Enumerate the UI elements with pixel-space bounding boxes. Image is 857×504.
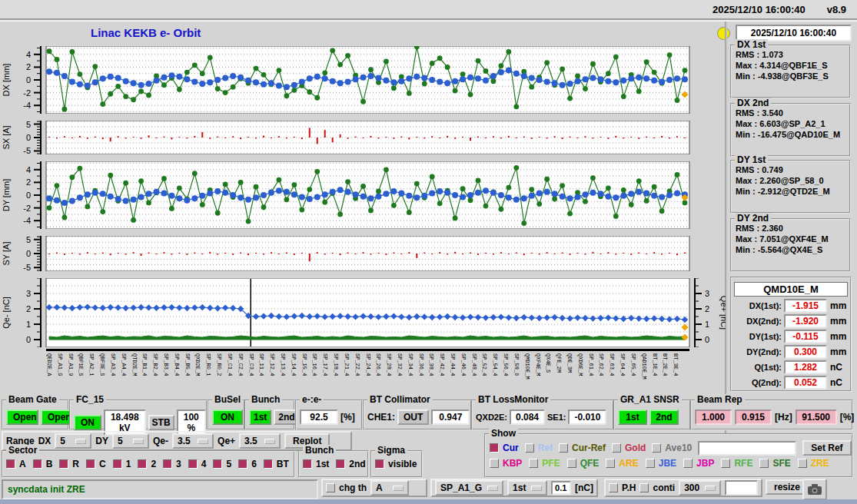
plot-qe[interactable]: 3210Qe- [nC]3210Qe+ [nC] (0, 278, 726, 350)
bunch-1st[interactable]: 1st (303, 459, 329, 469)
sector-b[interactable]: B (33, 459, 53, 469)
busel-on-button[interactable]: ON (212, 410, 243, 425)
fc15-stb-button[interactable]: STB (148, 415, 174, 430)
dropdown-indicator-icon (531, 486, 542, 491)
fc15-on-button[interactable]: ON (74, 415, 101, 430)
show-gold[interactable]: Gold (612, 443, 646, 453)
checkbox-label: C (99, 459, 106, 469)
monitor-row: DX(1st):-1.915mm (734, 299, 848, 313)
svg-text:0: 0 (26, 75, 31, 85)
show-zre[interactable]: ZRE (798, 458, 829, 469)
show-kbp[interactable]: KBP (490, 458, 522, 469)
ph-checkbox[interactable]: P.H (609, 482, 636, 493)
checkbox-indicator-icon (336, 459, 345, 469)
sector-6[interactable]: 6 (238, 459, 257, 469)
th-select-dropdown[interactable]: A (370, 480, 409, 496)
show-cur[interactable]: Cur (490, 443, 519, 453)
checkbox-indicator-icon (759, 459, 769, 468)
show-pfe[interactable]: PFE (529, 458, 560, 469)
range-qep-dropdown[interactable]: 3.5 (239, 433, 281, 449)
che1-out-button[interactable]: OUT (397, 410, 429, 425)
monitor-row-value: -0.115 (784, 330, 827, 343)
application-window: 2025/12/10 16:00:40 v8.9 Linac KEKB e- O… (0, 0, 857, 504)
sigma-visible[interactable]: visible (375, 459, 417, 469)
checkbox-indicator-icon (188, 459, 198, 469)
sector-r[interactable]: R (59, 459, 79, 469)
plot-dy[interactable]: 420-2-4DY [mm] (0, 161, 726, 232)
checkbox-indicator-icon (163, 459, 172, 469)
show-ref[interactable]: Ref (525, 443, 553, 453)
bunch-2nd[interactable]: 2nd (336, 459, 365, 469)
checkbox-indicator-icon (490, 443, 499, 453)
chg-th-frame: chg th A (321, 479, 427, 497)
sector-4[interactable]: 4 (188, 459, 207, 469)
gr-snsr-2nd-button[interactable]: 2nd (649, 410, 679, 425)
monitor-title[interactable]: QMD10E_M (734, 282, 848, 297)
bpm-label: SP_21_4 (344, 353, 350, 376)
show-sfe[interactable]: SFE (759, 458, 790, 469)
count-dropdown[interactable]: 300 (679, 480, 721, 496)
bpm-label: SP_56_4 (503, 353, 509, 376)
checkbox-indicator-icon (6, 459, 15, 469)
bpm-select-dropdown[interactable]: SP_A1_G (435, 480, 503, 496)
bpm-label: SP_B5_4 (184, 353, 191, 376)
checkbox-indicator-icon (529, 459, 538, 468)
chg-th-checkbox[interactable]: chg th (326, 482, 367, 493)
range-dy-dropdown[interactable]: 5 (112, 433, 149, 449)
show-jbp[interactable]: JBP (683, 458, 714, 469)
screenshot-button[interactable] (802, 479, 827, 500)
checkbox-label: 1st (316, 459, 329, 469)
monitor-row-label: DX(2nd): (734, 317, 782, 326)
monitor-row: DY(1st):-0.115mm (734, 330, 848, 343)
show-are[interactable]: ARE (606, 458, 638, 469)
sector-5[interactable]: 5 (213, 459, 231, 469)
sector-3[interactable]: 3 (163, 459, 181, 469)
sector-1[interactable]: 1 (113, 459, 131, 469)
show-ave10[interactable]: Ave10 (652, 443, 692, 453)
bpm-label: SP_14_4 (291, 353, 297, 376)
checkbox-label: RFE (734, 458, 752, 469)
sector-bt[interactable]: BT (264, 459, 289, 469)
beam-gate-2-button[interactable]: Open (41, 410, 73, 425)
beam-gate-1-button[interactable]: Open (6, 410, 38, 425)
stat-line: RMS : 2.360 (732, 223, 849, 234)
svg-text:Qe- [nC]: Qe- [nC] (2, 297, 11, 329)
plot-sx[interactable]: 50-5SX [A] (0, 121, 726, 158)
svg-text:-5: -5 (23, 146, 31, 154)
gr-snsr-1st-button[interactable]: 1st (618, 410, 647, 425)
stat-box-dx-1st: DX 1stRMS : 1.073Max : 4.314@QBF1E_SMin … (730, 45, 851, 98)
bt-lossmonitor-group: BT LossMonitor QXD2E: 0.084 SE1: -0.010 (471, 400, 614, 430)
checkbox-indicator-icon (490, 459, 499, 468)
set-ref-button[interactable]: Set Ref (802, 440, 851, 456)
sector-a[interactable]: A (6, 459, 26, 469)
ref-name-input[interactable] (698, 441, 796, 456)
show-cur-ref[interactable]: Cur-Ref (559, 443, 606, 453)
bpm-label: QTD2E_M (131, 353, 138, 376)
page-title: Linac KEKB e- Orbit (91, 26, 201, 39)
count-input[interactable] (725, 480, 758, 496)
bpm-label: SP_18_4 (333, 353, 339, 376)
ee-ratio-value: 92.5 (300, 410, 338, 425)
checkbox-indicator-icon (652, 443, 661, 453)
plot-dx[interactable]: 420-2-4DX [mm] (0, 46, 726, 117)
show-qfe[interactable]: QFE (567, 458, 600, 469)
bunch-1st-button[interactable]: 1st (249, 410, 271, 425)
show-group: Show CurRefCur-RefGoldAve10Set Ref KBPPF… (484, 433, 853, 478)
range-dx-dropdown[interactable]: 5 (55, 433, 91, 449)
stat-box-dx-2nd: DX 2ndRMS : 3.540Max : 6.603@SP_A2_1Min … (730, 103, 851, 157)
sector-c[interactable]: C (86, 459, 106, 469)
threshold-input[interactable]: 0.1 (551, 481, 571, 495)
range-qem-dropdown[interactable]: 3.5 (172, 433, 214, 449)
stat-box-dy-1st: DY 1stRMS : 0.749Max : 2.260@SP_58_0Min … (730, 160, 851, 214)
monitor-row-value: -1.915 (784, 299, 827, 313)
show-jbe[interactable]: JBE (646, 458, 676, 469)
bunch-select-dropdown[interactable]: 1st (507, 480, 547, 496)
checkbox-label: 6 (251, 459, 257, 469)
checkbox-label: Gold (625, 443, 646, 453)
conti-checkbox[interactable]: conti (639, 482, 675, 493)
plot-sy[interactable]: 50-5SY [A] (0, 236, 726, 274)
show-rfe[interactable]: RFE (721, 458, 752, 469)
sector-2[interactable]: 2 (138, 459, 156, 469)
bunch-select-group: Bunch 1st 2nd (244, 400, 295, 430)
dropdown-indicator-icon (75, 439, 86, 444)
